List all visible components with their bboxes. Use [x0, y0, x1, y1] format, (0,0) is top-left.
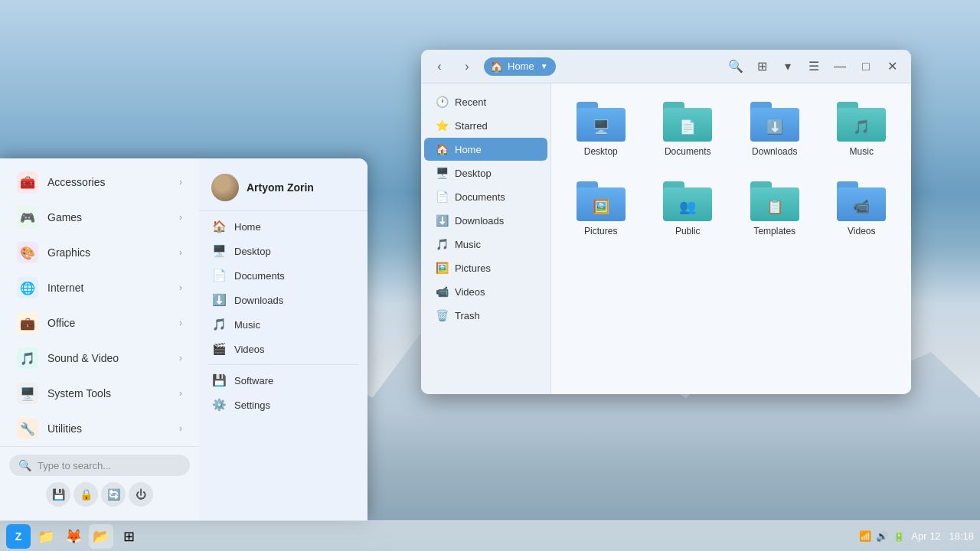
folder-videos[interactable]: 📹 Videos [825, 175, 900, 243]
refresh-button[interactable]: 🔄 [101, 482, 126, 507]
category-accessories[interactable]: 🧰 Accessories › [5, 165, 194, 199]
music-icon: 🎵 [211, 318, 227, 331]
maximize-button[interactable]: □ [854, 55, 877, 78]
fm-titlebar: ‹ › 🏠 Home ▼ 🔍 ⊞ ▾ ☰ — □ ✕ [421, 50, 911, 83]
folder-music[interactable]: 🎵 Music [825, 96, 900, 163]
user-section: Artyom Zorin [199, 168, 368, 211]
folder-downloads[interactable]: ⬇️ Downloads [737, 96, 812, 163]
sidebar-home[interactable]: 🏠 Home [424, 138, 547, 161]
firefox-taskbar-icon[interactable]: 🦊 [61, 524, 86, 549]
taskbar-left: Z 📁 🦊 📂 ⊞ [6, 524, 141, 549]
folder-downloads-icon: ⬇️ [750, 102, 799, 142]
category-graphics[interactable]: 🎨 Graphics › [5, 236, 194, 269]
sidebar-home-icon: 🏠 [435, 143, 449, 155]
power-button[interactable]: ⏻ [129, 482, 153, 507]
sidebar-downloads-icon: ⬇️ [435, 214, 449, 227]
graphics-arrow: › [179, 247, 182, 258]
battery-icon: 🔋 [893, 530, 905, 542]
quick-settings[interactable]: ⚙️ Settings [199, 393, 368, 417]
category-office[interactable]: 💼 Office › [5, 306, 194, 340]
minimize-button[interactable]: — [828, 55, 851, 78]
sidebar-recent-label: Recent [455, 96, 486, 108]
quick-videos[interactable]: 🎬 Videos [199, 337, 368, 361]
category-games[interactable]: 🎮 Games › [5, 201, 194, 234]
quick-downloads[interactable]: ⬇️ Downloads [199, 288, 368, 312]
games-arrow: › [179, 212, 182, 223]
quick-desktop-label: Desktop [234, 246, 271, 257]
sidebar-music-label: Music [455, 239, 481, 250]
folder-templates[interactable]: 📋 Templates [737, 175, 812, 243]
sidebar-documents[interactable]: 📄 Documents [424, 185, 547, 208]
search-icon: 🔍 [18, 459, 31, 471]
quick-desktop[interactable]: 🖥️ Desktop [199, 239, 368, 263]
save-session-button[interactable]: 💾 [46, 482, 70, 507]
taskbar-right: 📶 🔊 🔋 Apr 12 18:18 [859, 530, 974, 542]
search-actions: 💾 🔒 🔄 ⏻ [9, 482, 190, 507]
location-bar[interactable]: 🏠 Home ▼ [484, 57, 556, 76]
location-dropdown-icon: ▼ [541, 62, 548, 70]
office-arrow: › [179, 318, 182, 328]
desktop-icon: 🖥️ [211, 244, 227, 258]
games-icon: 🎮 [17, 207, 38, 228]
quick-home-label: Home [234, 221, 261, 233]
category-sound-video[interactable]: 🎵 Sound & Video › [5, 341, 194, 375]
folder-pictures-icon: 🖼️ [577, 181, 626, 221]
sidebar-trash[interactable]: 🗑️ Trash [424, 304, 547, 327]
category-internet[interactable]: 🌐 Internet › [5, 271, 194, 305]
sidebar-home-label: Home [455, 144, 482, 155]
zorin-menu-button[interactable]: Z [6, 524, 31, 549]
files-taskbar-icon[interactable]: 📁 [34, 524, 58, 549]
search-input[interactable] [38, 460, 129, 471]
sidebar-documents-icon: 📄 [435, 191, 449, 203]
folder-music-icon: 🎵 [837, 102, 886, 142]
user-avatar [211, 174, 239, 201]
sidebar-desktop[interactable]: 🖥️ Desktop [424, 161, 547, 184]
folder-public-label: Public [675, 226, 701, 236]
sidebar-recent[interactable]: 🕐 Recent [424, 90, 547, 113]
quick-software-label: Software [234, 375, 273, 386]
menu-button[interactable]: ☰ [802, 55, 825, 78]
folder-pictures[interactable]: 🖼️ Pictures [564, 175, 639, 243]
zorin-connect-taskbar-icon[interactable]: ⊞ [116, 524, 141, 549]
category-system-tools[interactable]: 🖥️ System Tools › [5, 377, 194, 410]
office-icon: 💼 [17, 312, 38, 334]
lock-screen-button[interactable]: 🔒 [74, 482, 98, 507]
folder-music-label: Music [850, 146, 874, 157]
forward-button[interactable]: › [456, 56, 478, 77]
category-sound-video-label: Sound & Video [47, 352, 170, 364]
recent-icon: 🕐 [435, 96, 449, 108]
sys-icons: 📶 🔊 🔋 [859, 530, 905, 542]
sidebar-music-icon: 🎵 [435, 238, 449, 250]
system-tools-arrow: › [179, 388, 182, 399]
files-icon: 📁 [38, 528, 54, 545]
sidebar-documents-label: Documents [455, 191, 505, 203]
quick-music[interactable]: 🎵 Music [199, 312, 368, 337]
quick-downloads-label: Downloads [234, 295, 283, 306]
sidebar-starred[interactable]: ⭐ Starred [424, 114, 547, 137]
folder-public[interactable]: 👥 Public [651, 175, 726, 243]
folder-documents[interactable]: 📄 Documents [651, 96, 726, 163]
home-location-icon: 🏠 [490, 60, 503, 73]
quick-documents[interactable]: 📄 Documents [199, 263, 368, 288]
category-utilities[interactable]: 🔧 Utilities › [5, 412, 194, 445]
sidebar-pictures[interactable]: 🖼️ Pictures [424, 256, 547, 279]
search-button[interactable]: 🔍 [724, 55, 747, 78]
quick-home[interactable]: 🏠 Home [199, 214, 368, 239]
view-icons-button[interactable]: ⊞ [750, 55, 773, 78]
folder-templates-label: Templates [753, 226, 795, 236]
file-manager-taskbar-icon[interactable]: 📂 [89, 524, 113, 549]
file-manager-icon: 📂 [93, 528, 109, 545]
documents-icon: 📄 [211, 269, 227, 282]
close-button[interactable]: ✕ [880, 55, 903, 78]
home-icon: 🏠 [211, 220, 227, 233]
back-button[interactable]: ‹ [429, 56, 450, 77]
category-games-label: Games [47, 211, 170, 223]
fm-content: 🖥️ Desktop 📄 Documents [551, 83, 911, 394]
sidebar-videos[interactable]: 📹 Videos [424, 280, 547, 303]
sidebar-music[interactable]: 🎵 Music [424, 233, 547, 256]
sidebar-downloads[interactable]: ⬇️ Downloads [424, 209, 547, 232]
quick-software[interactable]: 💾 Software [199, 368, 368, 393]
folder-pictures-label: Pictures [584, 226, 617, 236]
view-dropdown-button[interactable]: ▾ [776, 55, 799, 78]
folder-desktop[interactable]: 🖥️ Desktop [564, 96, 639, 163]
